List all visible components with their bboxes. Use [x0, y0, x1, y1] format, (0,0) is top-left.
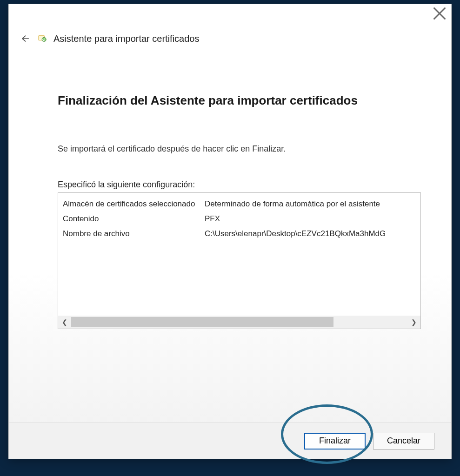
config-label: Especificó la siguiente configuración: [58, 180, 421, 190]
config-value: Determinado de forma automática por el a… [205, 197, 416, 212]
config-key: Contenido [63, 212, 205, 226]
certificate-import-wizard-dialog: Asistente para importar certificados Fin… [8, 4, 452, 459]
finish-button[interactable]: Finalizar [304, 433, 366, 450]
wizard-content: Finalización del Asistente para importar… [9, 52, 451, 423]
scrollbar-track[interactable] [71, 316, 407, 329]
config-rows: Almacén de certificados seleccionado Det… [58, 193, 420, 316]
close-icon[interactable] [433, 8, 447, 19]
config-value: C:\Users\elenapr\Desktop\cEZVc21BQkxMa3h… [205, 226, 416, 241]
back-arrow-icon[interactable] [18, 32, 31, 45]
table-row: Almacén de certificados seleccionado Det… [63, 197, 416, 212]
config-key: Nombre de archivo [63, 226, 205, 241]
wizard-title: Asistente para importar certificados [53, 33, 199, 44]
breadcrumb: Asistente para importar certificados [9, 22, 451, 52]
title-bar [9, 4, 451, 22]
dialog-footer: Finalizar Cancelar [9, 423, 451, 459]
scrollbar-thumb[interactable] [71, 317, 333, 327]
cancel-button[interactable]: Cancelar [373, 433, 434, 450]
scroll-left-icon[interactable]: ❮ [58, 316, 71, 329]
table-row: Nombre de archivo C:\Users\elenapr\Deskt… [63, 226, 416, 241]
config-value: PFX [205, 212, 416, 226]
page-heading: Finalización del Asistente para importar… [58, 93, 421, 108]
config-summary-box: Almacén de certificados seleccionado Det… [58, 192, 421, 329]
horizontal-scrollbar[interactable]: ❮ ❯ [58, 316, 420, 329]
config-key: Almacén de certificados seleccionado [63, 197, 205, 212]
certificate-wizard-icon [37, 33, 48, 44]
intro-text: Se importará el certificado después de h… [58, 144, 421, 154]
scroll-right-icon[interactable]: ❯ [407, 316, 420, 329]
table-row: Contenido PFX [63, 212, 416, 226]
